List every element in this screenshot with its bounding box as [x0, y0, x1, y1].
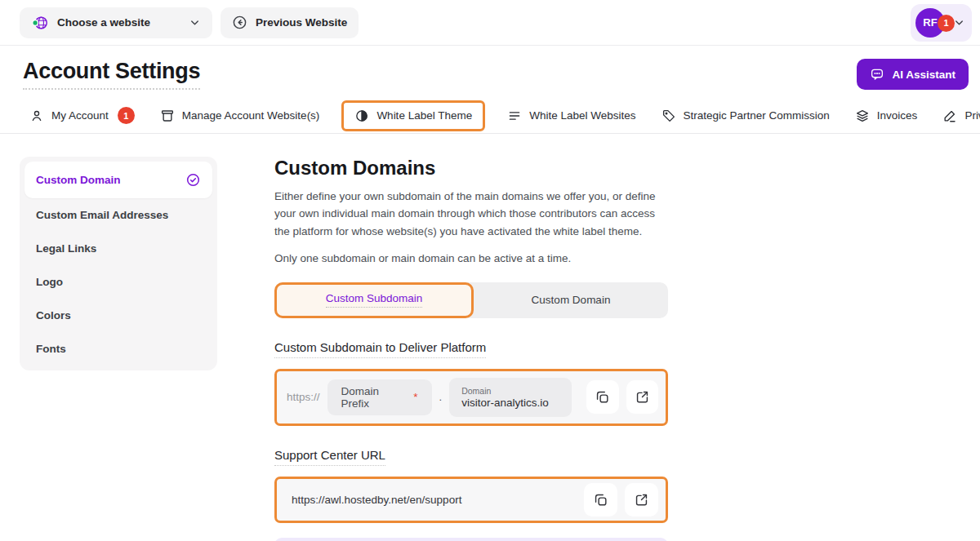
- arrow-left-circle-icon: [232, 15, 247, 30]
- tab-label: White Label Websites: [529, 109, 635, 122]
- tab-label: Privacy Consents: [964, 109, 980, 122]
- segment-custom-domain[interactable]: Custom Domain: [474, 282, 668, 318]
- protocol-prefix: https://: [284, 391, 320, 403]
- tab-label: Invoices: [877, 109, 918, 122]
- chevron-down-icon: [953, 16, 965, 29]
- pen-icon: [942, 109, 957, 123]
- open-subdomain-button[interactable]: [626, 380, 658, 414]
- copy-icon: [595, 389, 610, 405]
- page-header: Account Settings AI Assistant: [0, 46, 980, 95]
- globe-icon: [31, 14, 49, 32]
- layers-icon: [855, 109, 870, 123]
- choose-website-label: Choose a website: [57, 16, 180, 29]
- segment-label: Custom Domain: [532, 294, 611, 306]
- tab-invoices[interactable]: Invoices: [855, 109, 918, 123]
- choose-website-dropdown[interactable]: Choose a website: [20, 7, 212, 38]
- account-menu[interactable]: RF 1: [911, 4, 972, 42]
- sidebar-item-label: Logo: [36, 276, 63, 288]
- section-description: Either define your own subdomain of the …: [274, 188, 668, 240]
- tab-badge: 1: [118, 107, 135, 124]
- section-note: Only one subdomain or main domain can be…: [274, 252, 668, 264]
- segment-custom-subdomain[interactable]: Custom Subdomain: [274, 282, 474, 318]
- domain-prefix-input[interactable]: Domain Prefix *: [327, 379, 432, 415]
- tab-label: My Account: [51, 109, 109, 122]
- tab-manage-account-websites[interactable]: Manage Account Website(s): [160, 109, 320, 123]
- sidebar-item-custom-domain[interactable]: Custom Domain: [24, 162, 212, 198]
- tag-icon: [662, 109, 676, 123]
- support-url-heading: Support Center URL: [274, 448, 385, 466]
- tab-my-account[interactable]: My Account 1: [29, 107, 135, 124]
- archive-icon: [160, 109, 175, 123]
- custom-domains-panel: Custom Domains Either define your own su…: [274, 157, 668, 541]
- tab-label: Manage Account Website(s): [182, 109, 320, 122]
- list-icon: [507, 109, 522, 123]
- ai-assistant-label: AI Assistant: [892, 69, 956, 81]
- support-url-field-group: https://awl.hostedby.net/en/support: [274, 477, 668, 523]
- sidebar-item-label: Legal Links: [36, 242, 96, 255]
- domain-select-label: Domain: [461, 386, 559, 396]
- domain-select-value: visitor-analytics.io: [461, 397, 559, 409]
- topbar: Choose a website Previous Website RF 1: [0, 0, 980, 46]
- domain-prefix-placeholder: Domain Prefix: [341, 385, 411, 410]
- section-title: Custom Domains: [274, 157, 668, 180]
- subdomain-field-group: https:// Domain Prefix * . Domain visito…: [274, 369, 668, 426]
- content-area: Custom Domain Custom Email Addresses Leg…: [0, 134, 980, 541]
- previous-website-label: Previous Website: [256, 16, 347, 29]
- contrast-icon: [354, 109, 369, 123]
- sidebar-item-label: Custom Domain: [36, 174, 121, 186]
- sidebar-item-logo[interactable]: Logo: [24, 265, 212, 299]
- segment-label: Custom Subdomain: [326, 292, 423, 308]
- sidebar-item-custom-email-addresses[interactable]: Custom Email Addresses: [24, 198, 212, 232]
- external-link-icon: [634, 492, 649, 508]
- sidebar-item-colors[interactable]: Colors: [24, 299, 212, 332]
- tab-label: White Label Theme: [376, 109, 472, 122]
- tab-label: Strategic Partner Commission: [684, 109, 830, 122]
- domain-type-switch: Custom Subdomain Custom Domain: [274, 282, 668, 318]
- tab-white-label-websites[interactable]: White Label Websites: [507, 109, 635, 123]
- sidebar-item-legal-links[interactable]: Legal Links: [24, 232, 212, 265]
- required-mark: *: [413, 391, 417, 403]
- open-support-url-button[interactable]: [625, 483, 658, 517]
- sidebar-item-label: Colors: [36, 309, 71, 321]
- save-changes-button[interactable]: Save Changes: [274, 538, 668, 541]
- sidebar-item-label: Fonts: [36, 343, 66, 355]
- copy-icon: [593, 492, 608, 508]
- chevron-down-icon: [189, 16, 201, 29]
- support-url-input[interactable]: https://awl.hostedby.net/en/support: [284, 494, 577, 506]
- notification-badge: 1: [938, 15, 955, 32]
- account-tabs: My Account 1 Manage Account Website(s) W…: [0, 95, 980, 134]
- previous-website-button[interactable]: Previous Website: [220, 7, 359, 38]
- external-link-icon: [635, 389, 650, 405]
- ai-assistant-button[interactable]: AI Assistant: [857, 59, 969, 90]
- domain-separator: .: [439, 391, 443, 403]
- tab-white-label-theme[interactable]: White Label Theme: [341, 100, 485, 131]
- copy-support-url-button[interactable]: [584, 483, 617, 517]
- domain-select[interactable]: Domain visitor-analytics.io: [449, 378, 572, 417]
- tab-strategic-partner-commission[interactable]: Strategic Partner Commission: [662, 109, 830, 123]
- person-icon: [29, 109, 44, 123]
- page-title: Account Settings: [23, 59, 200, 90]
- copy-subdomain-button[interactable]: [586, 380, 618, 414]
- tab-privacy-consents[interactable]: Privacy Consents: [942, 109, 980, 123]
- check-circle-icon: [185, 172, 201, 188]
- settings-sidebar: Custom Domain Custom Email Addresses Leg…: [20, 157, 217, 370]
- chat-icon: [870, 67, 884, 82]
- subdomain-heading: Custom Subdomain to Deliver Platform: [274, 340, 486, 358]
- sidebar-item-fonts[interactable]: Fonts: [24, 332, 212, 366]
- sidebar-item-label: Custom Email Addresses: [36, 209, 168, 221]
